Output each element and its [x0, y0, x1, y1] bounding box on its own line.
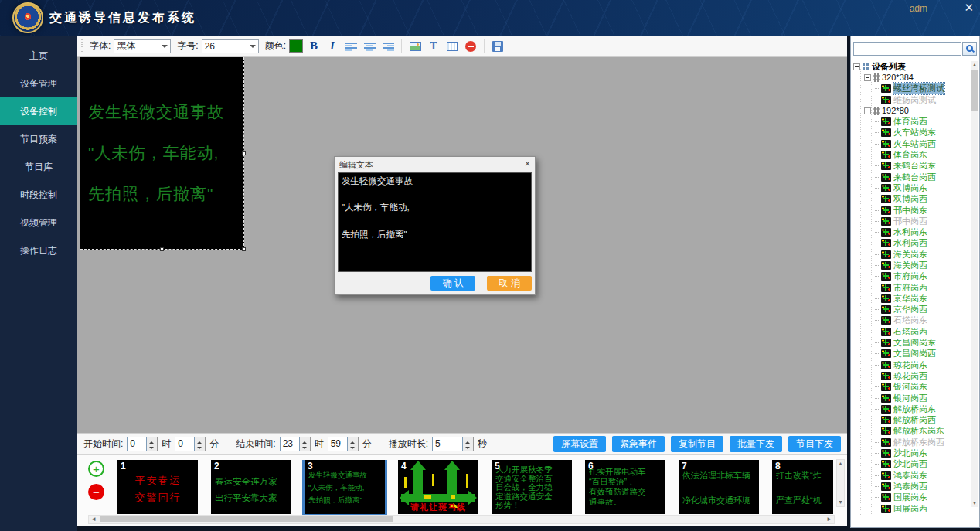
device-item[interactable]: 体育岗东 [875, 149, 969, 160]
scroll-up-icon[interactable]: ▲ [971, 61, 978, 69]
device-item[interactable]: 京华岗西 [875, 305, 969, 315]
tree-root-row[interactable]: 设备列表 [853, 61, 969, 72]
device-item[interactable]: 火车站岗西 [875, 138, 969, 149]
dialog-textarea[interactable]: 发生轻微交通事故 "人未伤，车能动, 先拍照，后撤离" [338, 172, 532, 272]
cancel-button[interactable]: 取 消 [487, 276, 532, 291]
device-item[interactable]: 火车站岗东 [875, 128, 969, 138]
start-hour-input[interactable]: 0 [127, 437, 147, 451]
scroll-down-icon[interactable]: ▼ [837, 499, 844, 506]
align-left-button[interactable] [343, 39, 359, 54]
device-item[interactable]: 维扬岗测试 [875, 94, 969, 105]
program-thumbnail-6[interactable]: 6扎实开展电动车“百日整治”，有效预防道路交通事故。 [585, 460, 665, 514]
playlist-vertical-scrollbar[interactable]: ▲ ▼ [836, 459, 845, 507]
end-hour-stepper[interactable] [300, 437, 311, 451]
align-center-button[interactable] [362, 39, 377, 54]
save-button[interactable] [490, 39, 505, 54]
collapse-icon[interactable] [864, 107, 871, 114]
sidebar-item-操作日志[interactable]: 操作日志 [0, 237, 77, 264]
scroll-right-icon[interactable]: ► [825, 516, 834, 523]
device-item[interactable]: 石塔岗西 [875, 326, 969, 337]
program-thumbnail-1[interactable]: 1平安春运交警同行 [117, 460, 198, 514]
device-item[interactable]: 双博岗东 [875, 182, 969, 193]
device-item[interactable]: 国展岗东 [875, 492, 969, 503]
resize-handle-corner[interactable] [242, 247, 246, 251]
scrollbar-thumb[interactable] [971, 70, 978, 111]
duration-stepper[interactable] [463, 437, 474, 451]
device-item[interactable]: 沙北岗西 [875, 459, 969, 470]
device-item[interactable]: 海关岗东 [875, 249, 969, 260]
device-item[interactable]: 邗中岗西 [875, 216, 969, 226]
delete-program-button[interactable]: − [88, 484, 104, 500]
device-item[interactable]: 鸿泰岗西 [875, 481, 969, 492]
color-swatch[interactable] [289, 39, 303, 53]
program-thumbnail-2[interactable]: 2春运安全连万家出行平安靠大家 [211, 460, 291, 514]
device-item[interactable]: 螺丝湾桥测试 [875, 83, 969, 94]
device-item[interactable]: 文昌阁岗西 [875, 349, 969, 359]
device-item[interactable]: 琼花岗东 [875, 359, 969, 370]
device-item[interactable]: 体育岗西 [875, 116, 969, 127]
device-tree-scrollbar[interactable]: ▲ ▼ [971, 61, 978, 507]
font-size-select[interactable]: 26 [202, 39, 259, 53]
insert-text-button[interactable]: T [426, 39, 441, 54]
italic-button[interactable]: I [325, 39, 340, 54]
start-minute-stepper[interactable] [195, 437, 206, 451]
device-item[interactable]: 水利岗西 [875, 238, 969, 249]
collapse-icon[interactable] [853, 63, 860, 70]
action-button-批量下发[interactable]: 批量下发 [730, 436, 782, 452]
dialog-close-icon[interactable]: × [525, 158, 530, 169]
font-select[interactable]: 黑体 [114, 39, 171, 53]
device-item[interactable]: 海关岗西 [875, 260, 969, 271]
device-item[interactable]: 市府岗西 [875, 282, 969, 293]
action-button-屏幕设置[interactable]: 屏幕设置 [553, 436, 606, 452]
delete-area-button[interactable] [463, 39, 478, 54]
program-thumbnail-4[interactable]: 4请礼让斑马线 [398, 460, 478, 514]
start-hour-stepper[interactable] [147, 437, 158, 451]
scroll-down-icon[interactable]: ▼ [971, 499, 978, 507]
led-preview[interactable]: 发生轻微交通事故"人未伤，车能动,先拍照，后撤离" [80, 57, 244, 250]
scroll-left-icon[interactable]: ◄ [89, 516, 98, 523]
device-item[interactable]: 双博岗西 [875, 194, 969, 205]
device-item[interactable]: 邗中岗东 [875, 205, 969, 216]
device-item[interactable]: 解放桥岗西 [875, 415, 969, 426]
device-item[interactable]: 银河岗西 [875, 393, 969, 403]
device-item[interactable]: 琼花岗西 [875, 370, 969, 381]
device-search-button[interactable] [962, 42, 977, 56]
program-thumbnail-8[interactable]: 8打击改装“炸 严查严处“机 [772, 460, 833, 514]
program-thumbnail-3[interactable]: 3发生轻微交通事故"人未伤，车能动,先拍照，后撤离" [305, 460, 385, 514]
sidebar-item-设备管理[interactable]: 设备管理 [0, 70, 77, 97]
scroll-up-icon[interactable]: ▲ [837, 460, 844, 468]
tree-group-192*80[interactable]: 192*80 [864, 105, 969, 116]
split-screen-button[interactable] [444, 39, 460, 54]
device-item[interactable]: 沙北岗东 [875, 448, 969, 458]
resize-handle-right[interactable] [242, 151, 246, 155]
device-item[interactable]: 石塔岗东 [875, 315, 969, 326]
sidebar-item-视频管理[interactable]: 视频管理 [0, 209, 77, 237]
tree-group-320*384[interactable]: 320*384 [864, 72, 969, 83]
collapse-icon[interactable] [864, 74, 871, 81]
device-item[interactable]: 国展岗西 [875, 503, 969, 514]
device-item[interactable]: 银河岗东 [875, 382, 969, 393]
end-hour-input[interactable]: 23 [280, 437, 300, 451]
end-minute-stepper[interactable] [348, 437, 359, 451]
device-item[interactable]: 市府岗东 [875, 271, 969, 282]
device-item[interactable]: 鸿泰岗东 [875, 470, 969, 481]
align-right-button[interactable] [380, 39, 396, 54]
resize-handle-bottom[interactable] [160, 247, 164, 251]
bold-button[interactable]: B [306, 39, 322, 54]
start-minute-input[interactable]: 0 [175, 437, 195, 451]
device-item[interactable]: 文昌阁岗东 [875, 337, 969, 348]
confirm-button[interactable]: 确 认 [430, 276, 475, 291]
sidebar-item-节目预案[interactable]: 节目预案 [0, 125, 77, 153]
sidebar-item-节目库[interactable]: 节目库 [0, 153, 77, 181]
end-minute-input[interactable]: 59 [328, 437, 348, 451]
scrollbar-thumb[interactable] [100, 516, 393, 522]
add-program-button[interactable]: + [88, 461, 104, 477]
duration-input[interactable]: 5 [432, 437, 463, 451]
device-item[interactable]: 解放桥岗东 [875, 403, 969, 414]
close-icon[interactable]: ✕ [964, 1, 974, 15]
device-item[interactable]: 水利岗东 [875, 226, 969, 237]
playlist-horizontal-scrollbar[interactable]: ◄ ► [88, 515, 835, 524]
action-button-节目下发[interactable]: 节目下发 [788, 436, 841, 452]
minimize-icon[interactable]: — [941, 2, 952, 14]
sidebar-item-设备控制[interactable]: 设备控制 [0, 97, 77, 125]
